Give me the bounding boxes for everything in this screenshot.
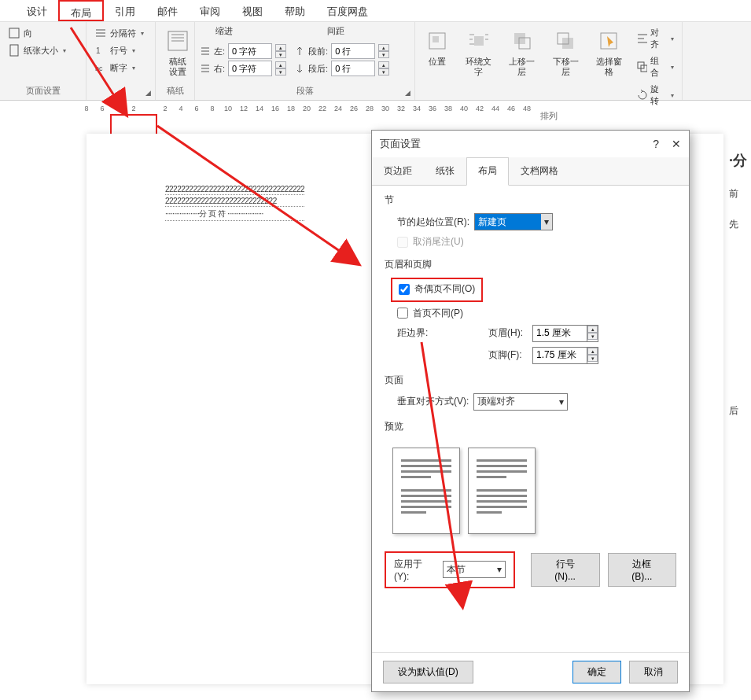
tab-design[interactable]: 设计 <box>16 0 58 21</box>
dlg-tab-grid[interactable]: 文档网格 <box>509 157 570 185</box>
group-manuscript-label: 稿纸 <box>160 83 190 98</box>
indent-left-icon <box>200 46 211 57</box>
spin-down[interactable]: ▾ <box>587 355 598 362</box>
align-btn[interactable]: 对齐▾ <box>633 25 677 52</box>
preview-box <box>385 440 676 542</box>
page-setup-dialog: 页面设置 ? ✕ 页边距 纸张 布局 文档网格 节 节的起始位置(R): 新建页… <box>371 130 690 692</box>
valign-label: 垂直对齐方式(V): <box>397 395 469 408</box>
borders-button[interactable]: 边框(B)... <box>608 553 676 587</box>
orientation-btn[interactable]: 向 <box>5 25 69 41</box>
dialog-tabs: 页边距 纸张 布局 文档网格 <box>372 157 689 186</box>
odd-even-checkbox-row[interactable]: 奇偶页不同(O) <box>399 282 475 296</box>
spin-up[interactable]: ▴ <box>275 61 286 68</box>
indent-right-row: 右: ▴▾ <box>200 61 286 76</box>
breaks-btn[interactable]: 分隔符▾ <box>91 25 147 41</box>
spin-up[interactable]: ▴ <box>275 44 286 51</box>
spacing-before-input[interactable] <box>331 43 375 59</box>
spin-down[interactable]: ▾ <box>378 68 389 76</box>
ok-button[interactable]: 确定 <box>572 661 621 683</box>
section-title-preview: 预览 <box>385 420 676 433</box>
page-size-icon <box>8 44 20 57</box>
line-numbers-button[interactable]: 行号(N)... <box>531 553 600 587</box>
hyphenation-btn[interactable]: bc 断字▾ <box>91 60 147 76</box>
svg-rect-7 <box>474 36 484 46</box>
group-icon <box>636 61 647 73</box>
valign-select[interactable]: 顶端对齐 <box>473 393 568 411</box>
spin-up[interactable]: ▴ <box>587 348 598 355</box>
ribbon-tabs: 设计 布局 引用 邮件 审阅 视图 帮助 百度网盘 <box>0 0 751 22</box>
svg-rect-0 <box>9 28 19 38</box>
spin-down[interactable]: ▾ <box>275 51 286 58</box>
svg-rect-10 <box>562 38 573 49</box>
position-btn[interactable]: 位置 <box>420 25 455 70</box>
apply-to-select[interactable]: 本节 <box>443 561 506 578</box>
side-preview: ·分 前 先 后 <box>727 149 751 433</box>
breaks-icon <box>94 27 107 39</box>
tab-references[interactable]: 引用 <box>104 0 146 21</box>
line-numbers-btn[interactable]: 1 行号▾ <box>91 42 147 58</box>
rotate-icon <box>636 89 647 101</box>
tab-help[interactable]: 帮助 <box>274 0 316 21</box>
manuscript-btn[interactable]: 稿纸 设置 <box>160 25 195 80</box>
manuscript-icon <box>165 28 190 53</box>
annotation-ruler-box <box>110 114 157 136</box>
preview-page-odd <box>392 448 460 534</box>
tab-view[interactable]: 视图 <box>231 0 274 21</box>
margin-label: 距边界: <box>397 326 463 340</box>
page-setup-launcher[interactable]: ◢ <box>142 87 153 98</box>
rotate-btn[interactable]: 旋转▾ <box>633 82 677 109</box>
first-page-checkbox[interactable] <box>397 308 408 319</box>
send-backward-btn[interactable]: 下移一层 <box>546 25 584 80</box>
spin-up[interactable]: ▴ <box>378 44 389 51</box>
hyphenation-icon: bc <box>94 61 107 74</box>
bring-forward-btn[interactable]: 上移一层 <box>503 25 541 80</box>
tab-mailings[interactable]: 邮件 <box>146 0 189 21</box>
line-numbers-icon: 1 <box>94 44 107 57</box>
spin-down[interactable]: ▾ <box>378 51 389 58</box>
selection-pane-btn[interactable]: 选择窗格 <box>590 25 628 80</box>
ribbon-content: 向 纸张大小▾ 页面设置 分隔符▾ 1 行号▾ <box>0 22 751 101</box>
indent-left-input[interactable] <box>228 43 272 59</box>
dialog-titlebar[interactable]: 页面设置 ? ✕ <box>372 131 689 157</box>
indent-right-icon <box>200 63 211 74</box>
dialog-title: 页面设置 <box>380 137 421 151</box>
group-btn[interactable]: 组合▾ <box>633 53 677 80</box>
footer-distance-input[interactable] <box>532 347 587 364</box>
tab-baidu[interactable]: 百度网盘 <box>316 0 379 21</box>
spin-up[interactable]: ▴ <box>378 61 389 68</box>
bring-forward-icon <box>510 28 535 53</box>
spin-down[interactable]: ▾ <box>275 68 286 76</box>
tab-review[interactable]: 审阅 <box>189 0 231 21</box>
spacing-before-icon <box>294 46 305 57</box>
dlg-tab-paper[interactable]: 纸张 <box>424 157 466 185</box>
section-title-section: 节 <box>385 193 676 207</box>
paragraph-launcher[interactable]: ◢ <box>402 87 413 98</box>
group-paragraph-label: 段落 <box>200 83 410 98</box>
header-distance-input[interactable] <box>532 325 587 342</box>
set-default-button[interactable]: 设为默认值(D) <box>383 661 473 683</box>
svg-rect-8 <box>514 33 525 44</box>
orientation-icon <box>8 27 20 39</box>
spacing-before-row: 段前: ▴▾ <box>294 43 389 59</box>
preview-page-even <box>468 448 536 534</box>
svg-text:1: 1 <box>96 46 101 55</box>
wrap-btn[interactable]: 环绕文字 <box>459 25 498 80</box>
spin-down[interactable]: ▾ <box>587 333 598 340</box>
document-text[interactable]: 22222222222222222222222222222222222 2222… <box>165 185 304 223</box>
help-icon[interactable]: ? <box>653 138 659 150</box>
odd-even-checkbox[interactable] <box>399 284 410 295</box>
cancel-button[interactable]: 取消 <box>629 661 678 683</box>
first-page-diff-row[interactable]: 首页不同(P) <box>397 307 463 320</box>
section-start-select[interactable]: 新建页 <box>474 213 553 230</box>
dlg-tab-layout[interactable]: 布局 <box>466 157 509 186</box>
selection-pane-icon <box>596 28 621 53</box>
indent-left-row: 左: ▴▾ <box>200 43 286 59</box>
spin-up[interactable]: ▴ <box>587 326 598 333</box>
dlg-tab-margins[interactable]: 页边距 <box>372 157 424 185</box>
spacing-after-input[interactable] <box>331 61 375 76</box>
close-icon[interactable]: ✕ <box>672 138 681 150</box>
size-btn[interactable]: 纸张大小▾ <box>5 42 69 58</box>
group-page-setup-label: 页面设置 <box>5 83 81 98</box>
indent-right-input[interactable] <box>228 61 272 76</box>
tab-layout[interactable]: 布局 <box>58 0 104 21</box>
